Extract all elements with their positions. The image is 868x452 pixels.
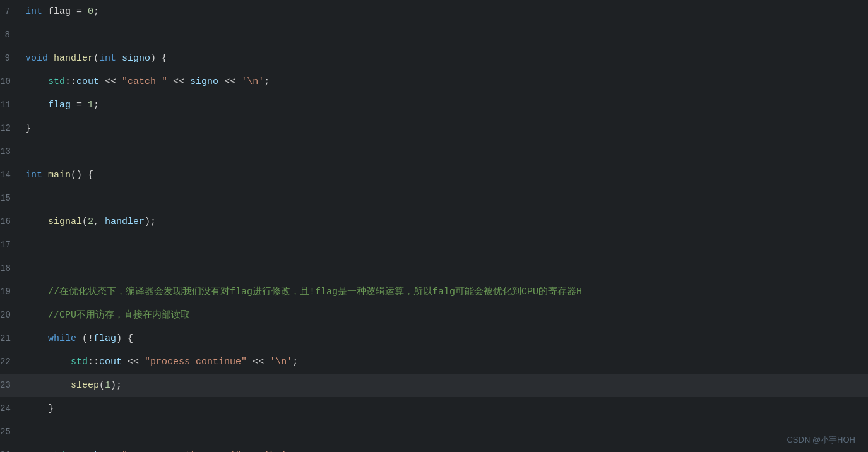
table-row: 18 (0, 257, 868, 280)
line-number: 25 (0, 420, 19, 443)
line-number: 9 (0, 47, 19, 69)
table-row: 23 sleep(1); (0, 374, 868, 397)
line-content (19, 234, 868, 257)
line-content: while (!flag) { (19, 328, 868, 350)
line-content: flag = 1; (19, 94, 868, 117)
line-content (19, 187, 868, 210)
table-row: 14int main() { (0, 164, 868, 187)
line-number: 17 (0, 234, 19, 256)
line-number: 19 (0, 280, 19, 303)
line-number: 13 (0, 140, 19, 163)
line-content (19, 24, 868, 47)
table-row: 21 while (!flag) { (0, 327, 868, 350)
code-container: 7int flag = 0;8 9void handler(int signo)… (0, 0, 868, 452)
table-row: 20 //CPU不用访存，直接在内部读取 (0, 304, 868, 327)
line-content (19, 421, 868, 444)
table-row: 9void handler(int signo) { (0, 47, 868, 70)
line-content: //在优化状态下，编译器会发现我们没有对flag进行修改，且!flag是一种逻辑… (19, 281, 868, 304)
line-content: std::cout << "process continue" << '\n'; (19, 351, 868, 374)
line-number: 12 (0, 117, 19, 140)
line-number: 22 (0, 350, 19, 373)
table-row: 7int flag = 0; (0, 0, 868, 23)
table-row: 10 std::cout << "catch " << signo << '\n… (0, 70, 868, 93)
line-number: 15 (0, 187, 19, 210)
line-content: sleep(1); (19, 374, 868, 397)
watermark: CSDN @小宇HOH (787, 434, 855, 446)
table-row: 16 signal(2, handler); (0, 210, 868, 234)
line-content: int main() { (19, 164, 868, 187)
line-content (19, 141, 868, 164)
line-number: 26 (0, 444, 19, 452)
table-row: 12} (0, 117, 868, 140)
line-content: int flag = 0; (19, 1, 868, 23)
line-number: 14 (0, 164, 19, 186)
line-content: std::cout << "process quit normal" << '\… (19, 444, 868, 452)
table-row: 19 //在优化状态下，编译器会发现我们没有对flag进行修改，且!flag是一… (0, 280, 868, 304)
line-number: 18 (0, 257, 19, 280)
table-row: 11 flag = 1; (0, 93, 868, 117)
line-content (19, 258, 868, 280)
line-number: 8 (0, 23, 19, 46)
line-number: 20 (0, 304, 19, 326)
line-number: 11 (0, 93, 19, 116)
line-content: //CPU不用访存，直接在内部读取 (19, 304, 868, 327)
table-row: 15 (0, 187, 868, 210)
line-number: 24 (0, 397, 19, 420)
line-number: 16 (0, 210, 19, 233)
line-content: void handler(int signo) { (19, 47, 868, 70)
table-row: 8 (0, 23, 868, 47)
table-row: 26 std::cout << "process quit normal" <<… (0, 444, 868, 452)
line-number: 7 (0, 0, 19, 23)
line-number: 10 (0, 70, 19, 93)
table-row: 24 } (0, 397, 868, 420)
line-number: 21 (0, 327, 19, 350)
table-row: 17 (0, 234, 868, 257)
line-content: } (19, 398, 868, 420)
line-content: } (19, 117, 868, 140)
line-number: 23 (0, 374, 19, 396)
table-row: 25 (0, 420, 868, 444)
table-row: 22 std::cout << "process continue" << '\… (0, 350, 868, 374)
line-content: std::cout << "catch " << signo << '\n'; (19, 71, 868, 93)
line-content: signal(2, handler); (19, 211, 868, 234)
table-row: 13 (0, 140, 868, 164)
